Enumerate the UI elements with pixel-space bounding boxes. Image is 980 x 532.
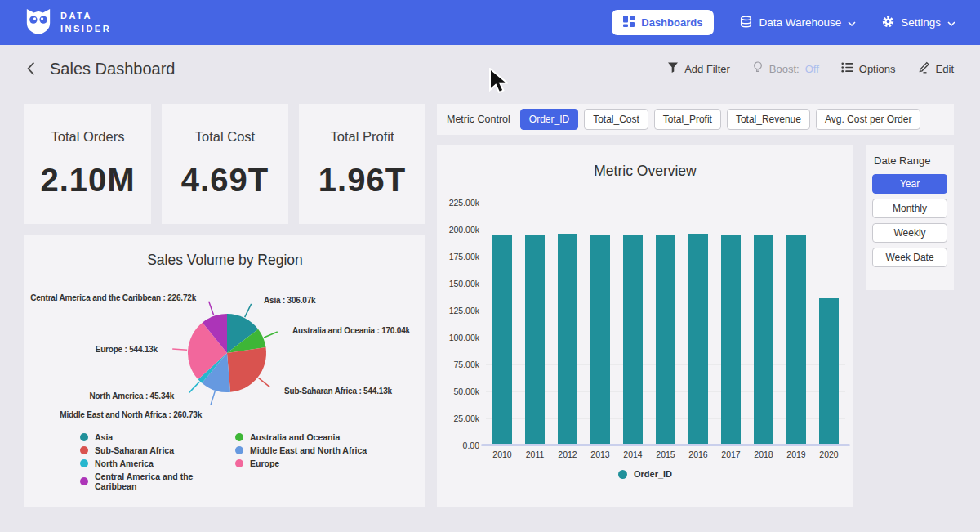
pie-callout-label: Middle East and North Africa : 260.73k [60,410,202,419]
pie-callout-line [211,391,215,405]
y-tick-label: 200.00k [439,225,479,235]
x-tick-label: 2020 [813,449,845,459]
boost-state: Off [805,63,819,75]
bar-2013[interactable] [590,235,610,445]
legend-label: Asia [95,432,113,442]
bar-2010[interactable] [492,235,512,445]
legend-dot [80,446,88,454]
nav-settings-label: Settings [901,16,941,29]
legend-dot [80,459,88,467]
options-button[interactable]: Options [841,62,896,75]
x-tick-label: 2014 [617,449,649,459]
y-tick-label: 150.00k [439,279,479,288]
bar-chart-plot: 225.00k200.00k175.00k150.00k125.00k100.0… [486,203,845,445]
legend-item-australia-and-oceania: Australia and Oceania [235,432,367,442]
nav-dashboards-button[interactable]: Dashboards [612,10,714,35]
bar-series [486,203,845,445]
pie-chart-area: Asia : 306.07k Australia and Oceania : 1… [24,275,425,436]
metric-chip-total-cost[interactable]: Total_Cost [584,109,648,130]
kpi-value: 4.69T [181,162,269,199]
kpi-label: Total Profit [331,129,394,145]
legend-dot [235,459,243,467]
pie-callout-line [209,302,214,315]
bar-2014[interactable] [623,235,643,445]
navbar: DATA INSIDER Dashboards [0,0,980,45]
boost-label: Boost: [769,63,800,75]
y-tick-label: 0.00 [439,440,479,450]
legend-column: Australia and OceaniaMiddle East and Nor… [235,432,367,491]
kpi-card-total-orders: Total Orders 2.10M [24,104,151,224]
sales-volume-card: Sales Volume by Region Asia : 306.07k Au… [24,235,425,507]
nav-dashboards-label: Dashboards [641,16,702,29]
page-title: Sales Dashboard [50,60,175,78]
x-tick-label: 2018 [747,449,780,459]
x-tick-label: 2013 [584,449,617,459]
kpi-label: Total Orders [51,129,125,145]
brand-name: DATA INSIDER [60,10,111,35]
bar-2011[interactable] [525,235,545,445]
bar-2020[interactable] [819,298,839,445]
nav-settings[interactable]: Settings [882,16,956,29]
kpi-card-total-profit: Total Profit 1.96T [299,104,425,224]
bar-2017[interactable] [721,235,741,445]
legend-dot [80,477,88,485]
metric-chip-group: Order_IDTotal_CostTotal_ProfitTotal_Reve… [520,109,921,130]
bar-2018[interactable] [754,235,773,445]
legend-dot [235,433,243,441]
metric-chip-avg-cost-per-order[interactable]: Avg. Cost per Order [816,109,921,130]
bar-chart-x-axis: 2010201120122013201420152016201720182019… [486,449,845,459]
x-tick-label: 2015 [649,449,682,459]
pie-callout-label: Asia : 306.07k [264,296,315,305]
legend-label: Middle East and North Africa [250,445,367,455]
metric-chip-total-profit[interactable]: Total_Profit [654,109,721,130]
pie-callout-label: Australia and Oceania : 170.04k [292,326,410,335]
pie-callout-label: North America : 45.34k [89,391,174,400]
metric-chip-total-revenue[interactable]: Total_Revenue [727,109,810,130]
kpi-label: Total Cost [195,129,255,145]
gear-icon [882,16,894,29]
dashboard-grid-icon [623,16,635,29]
bar-column [551,234,584,445]
date-range-week-date[interactable]: Week Date [872,248,947,267]
legend-item-europe: Europe [235,458,367,468]
pie-chart-legend: AsiaSub-Saharan AfricaNorth AmericaCentr… [80,432,367,491]
pencil-icon [918,61,930,76]
x-tick-label: 2010 [486,449,519,459]
pie-callout-label: Sub-Saharan Africa : 544.13k [284,387,392,396]
legend-label: Europe [250,458,279,468]
pie-callout-line [172,349,187,350]
chevron-down-icon [848,16,856,29]
legend-item-north-america: North America [80,458,235,468]
kpi-card-total-cost: Total Cost 4.69T [162,104,288,224]
legend-label: Order_ID [634,469,672,479]
date-range-year[interactable]: Year [872,174,947,194]
chevron-down-icon [947,16,956,29]
pie-callout-line [258,378,270,387]
date-range-weekly[interactable]: Weekly [872,223,947,243]
bar-2016[interactable] [688,234,708,445]
bar-column [747,235,780,445]
metric-chip-order-id[interactable]: Order_ID [520,109,578,130]
date-range-monthly[interactable]: Monthly [872,199,947,218]
brand-logo: DATA INSIDER [24,7,111,39]
boost-toggle[interactable]: Boost: Off [752,61,819,76]
add-filter-button[interactable]: Add Filter [667,62,730,76]
bar-2012[interactable] [558,234,577,445]
bar-column [486,235,519,445]
nav-data-warehouse[interactable]: Data Warehouse [740,16,856,30]
bar-2019[interactable] [786,235,806,445]
legend-item-middle-east-and-north-africa: Middle East and North Africa [235,445,367,455]
date-range-label: Date Range [874,154,947,167]
pie-slice-sub-saharan-africa[interactable] [227,347,266,392]
date-range-card: Date Range YearMonthlyWeeklyWeek Date [866,145,954,290]
bar-column [584,235,617,445]
y-tick-label: 75.00k [439,360,479,369]
pie-chart[interactable] [166,292,288,414]
back-button[interactable] [26,61,36,76]
x-tick-label: 2011 [519,449,551,459]
edit-button[interactable]: Edit [918,61,954,76]
kpi-row: Total Orders 2.10M Total Cost 4.69T Tota… [24,104,425,224]
database-icon [740,16,752,30]
bar-2015[interactable] [656,235,675,445]
pie-callout-label: Europe : 544.13k [96,345,158,354]
